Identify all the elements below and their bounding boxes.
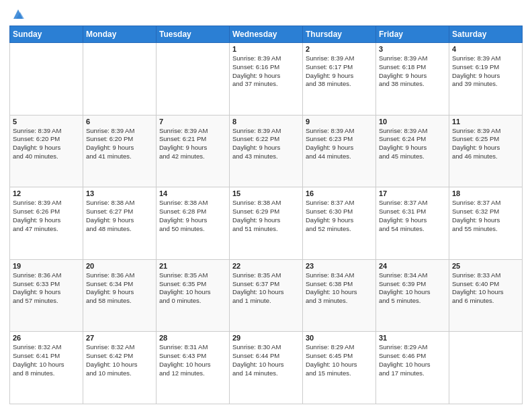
weekday-header-friday: Friday <box>376 26 449 43</box>
day-info: Sunrise: 8:33 AM Sunset: 6:40 PM Dayligh… <box>452 271 519 306</box>
weekday-header-sunday: Sunday <box>10 26 83 43</box>
week-row-2: 12Sunrise: 8:39 AM Sunset: 6:26 PM Dayli… <box>10 187 523 260</box>
week-row-3: 19Sunrise: 8:36 AM Sunset: 6:33 PM Dayli… <box>10 259 523 332</box>
calendar-cell: 11Sunrise: 8:39 AM Sunset: 6:25 PM Dayli… <box>449 115 523 187</box>
day-info: Sunrise: 8:39 AM Sunset: 6:17 PM Dayligh… <box>306 54 373 89</box>
calendar-cell: 10Sunrise: 8:39 AM Sunset: 6:24 PM Dayli… <box>376 115 449 187</box>
weekday-header-tuesday: Tuesday <box>157 26 230 43</box>
calendar-cell: 12Sunrise: 8:39 AM Sunset: 6:26 PM Dayli… <box>10 187 83 260</box>
day-info: Sunrise: 8:34 AM Sunset: 6:38 PM Dayligh… <box>306 271 373 306</box>
day-info: Sunrise: 8:39 AM Sunset: 6:25 PM Dayligh… <box>452 127 519 161</box>
day-info: Sunrise: 8:39 AM Sunset: 6:18 PM Dayligh… <box>379 54 446 89</box>
day-info: Sunrise: 8:37 AM Sunset: 6:31 PM Dayligh… <box>379 199 446 233</box>
calendar-cell <box>449 332 523 404</box>
page: SundayMondayTuesdayWednesdayThursdayFrid… <box>0 0 532 411</box>
day-info: Sunrise: 8:38 AM Sunset: 6:28 PM Dayligh… <box>159 199 226 233</box>
day-number: 30 <box>306 334 373 342</box>
week-row-0: 1Sunrise: 8:39 AM Sunset: 6:16 PM Daylig… <box>10 43 523 116</box>
calendar-cell: 2Sunrise: 8:39 AM Sunset: 6:17 PM Daylig… <box>303 43 376 116</box>
weekday-header-monday: Monday <box>83 26 157 43</box>
header <box>9 7 523 21</box>
day-info: Sunrise: 8:39 AM Sunset: 6:20 PM Dayligh… <box>86 127 153 161</box>
calendar-cell: 28Sunrise: 8:31 AM Sunset: 6:43 PM Dayli… <box>157 332 230 404</box>
calendar-cell: 24Sunrise: 8:34 AM Sunset: 6:39 PM Dayli… <box>376 259 449 332</box>
calendar-cell: 14Sunrise: 8:38 AM Sunset: 6:28 PM Dayli… <box>157 187 230 260</box>
calendar-cell: 15Sunrise: 8:38 AM Sunset: 6:29 PM Dayli… <box>230 187 303 260</box>
weekday-header-row: SundayMondayTuesdayWednesdayThursdayFrid… <box>10 26 523 43</box>
calendar-cell: 9Sunrise: 8:39 AM Sunset: 6:23 PM Daylig… <box>303 115 376 187</box>
calendar-cell: 21Sunrise: 8:35 AM Sunset: 6:35 PM Dayli… <box>157 259 230 332</box>
day-info: Sunrise: 8:39 AM Sunset: 6:19 PM Dayligh… <box>452 54 519 89</box>
day-info: Sunrise: 8:39 AM Sunset: 6:26 PM Dayligh… <box>13 199 80 233</box>
day-info: Sunrise: 8:36 AM Sunset: 6:34 PM Dayligh… <box>86 271 153 306</box>
day-info: Sunrise: 8:37 AM Sunset: 6:32 PM Dayligh… <box>452 199 519 233</box>
calendar-cell <box>83 43 157 116</box>
day-number: 10 <box>379 118 446 126</box>
calendar-cell: 8Sunrise: 8:39 AM Sunset: 6:22 PM Daylig… <box>230 115 303 187</box>
calendar-cell: 20Sunrise: 8:36 AM Sunset: 6:34 PM Dayli… <box>83 259 157 332</box>
week-row-1: 5Sunrise: 8:39 AM Sunset: 6:20 PM Daylig… <box>10 115 523 187</box>
calendar-cell: 22Sunrise: 8:35 AM Sunset: 6:37 PM Dayli… <box>230 259 303 332</box>
day-number: 4 <box>452 45 519 53</box>
day-number: 2 <box>306 45 373 53</box>
day-info: Sunrise: 8:39 AM Sunset: 6:16 PM Dayligh… <box>232 54 300 89</box>
day-number: 24 <box>379 262 446 270</box>
day-number: 11 <box>452 118 519 126</box>
day-number: 9 <box>306 118 373 126</box>
calendar-cell: 19Sunrise: 8:36 AM Sunset: 6:33 PM Dayli… <box>10 259 83 332</box>
calendar-cell: 13Sunrise: 8:38 AM Sunset: 6:27 PM Dayli… <box>83 187 157 260</box>
day-number: 13 <box>86 189 153 197</box>
day-number: 14 <box>159 189 226 197</box>
day-number: 19 <box>13 262 80 270</box>
calendar-table: SundayMondayTuesdayWednesdayThursdayFrid… <box>9 26 523 404</box>
day-number: 27 <box>86 334 153 342</box>
calendar-cell: 4Sunrise: 8:39 AM Sunset: 6:19 PM Daylig… <box>449 43 523 116</box>
calendar-cell <box>157 43 230 116</box>
day-number: 6 <box>86 118 153 126</box>
calendar-cell: 31Sunrise: 8:29 AM Sunset: 6:46 PM Dayli… <box>376 332 449 404</box>
day-number: 22 <box>232 262 300 270</box>
day-number: 3 <box>379 45 446 53</box>
calendar-cell: 25Sunrise: 8:33 AM Sunset: 6:40 PM Dayli… <box>449 259 523 332</box>
day-number: 23 <box>306 262 373 270</box>
day-number: 7 <box>159 118 226 126</box>
day-info: Sunrise: 8:37 AM Sunset: 6:30 PM Dayligh… <box>306 199 373 233</box>
day-info: Sunrise: 8:30 AM Sunset: 6:44 PM Dayligh… <box>232 343 300 377</box>
day-info: Sunrise: 8:39 AM Sunset: 6:20 PM Dayligh… <box>13 127 80 161</box>
day-number: 26 <box>13 334 80 342</box>
day-info: Sunrise: 8:29 AM Sunset: 6:45 PM Dayligh… <box>306 343 373 377</box>
day-number: 1 <box>232 45 300 53</box>
calendar-cell: 26Sunrise: 8:32 AM Sunset: 6:41 PM Dayli… <box>10 332 83 404</box>
calendar-cell: 18Sunrise: 8:37 AM Sunset: 6:32 PM Dayli… <box>449 187 523 260</box>
day-info: Sunrise: 8:38 AM Sunset: 6:29 PM Dayligh… <box>232 199 300 233</box>
weekday-header-thursday: Thursday <box>303 26 376 43</box>
calendar-cell: 30Sunrise: 8:29 AM Sunset: 6:45 PM Dayli… <box>303 332 376 404</box>
logo <box>9 7 26 21</box>
calendar-cell: 17Sunrise: 8:37 AM Sunset: 6:31 PM Dayli… <box>376 187 449 260</box>
day-number: 16 <box>306 189 373 197</box>
calendar-cell: 6Sunrise: 8:39 AM Sunset: 6:20 PM Daylig… <box>83 115 157 187</box>
calendar-cell: 27Sunrise: 8:32 AM Sunset: 6:42 PM Dayli… <box>83 332 157 404</box>
day-number: 21 <box>159 262 226 270</box>
calendar-cell: 5Sunrise: 8:39 AM Sunset: 6:20 PM Daylig… <box>10 115 83 187</box>
day-info: Sunrise: 8:39 AM Sunset: 6:23 PM Dayligh… <box>306 127 373 161</box>
day-info: Sunrise: 8:32 AM Sunset: 6:42 PM Dayligh… <box>86 343 153 377</box>
weekday-header-saturday: Saturday <box>449 26 523 43</box>
day-info: Sunrise: 8:36 AM Sunset: 6:33 PM Dayligh… <box>13 271 80 306</box>
weekday-header-wednesday: Wednesday <box>230 26 303 43</box>
day-number: 29 <box>232 334 300 342</box>
calendar-cell: 16Sunrise: 8:37 AM Sunset: 6:30 PM Dayli… <box>303 187 376 260</box>
day-info: Sunrise: 8:39 AM Sunset: 6:21 PM Dayligh… <box>159 127 226 161</box>
day-number: 18 <box>452 189 519 197</box>
day-info: Sunrise: 8:32 AM Sunset: 6:41 PM Dayligh… <box>13 343 80 377</box>
day-info: Sunrise: 8:39 AM Sunset: 6:24 PM Dayligh… <box>379 127 446 161</box>
calendar-cell: 29Sunrise: 8:30 AM Sunset: 6:44 PM Dayli… <box>230 332 303 404</box>
day-info: Sunrise: 8:35 AM Sunset: 6:37 PM Dayligh… <box>232 271 300 306</box>
day-number: 25 <box>452 262 519 270</box>
day-info: Sunrise: 8:29 AM Sunset: 6:46 PM Dayligh… <box>379 343 446 377</box>
calendar-cell: 1Sunrise: 8:39 AM Sunset: 6:16 PM Daylig… <box>230 43 303 116</box>
day-number: 20 <box>86 262 153 270</box>
day-number: 12 <box>13 189 80 197</box>
calendar-cell: 7Sunrise: 8:39 AM Sunset: 6:21 PM Daylig… <box>157 115 230 187</box>
day-number: 8 <box>232 118 300 126</box>
